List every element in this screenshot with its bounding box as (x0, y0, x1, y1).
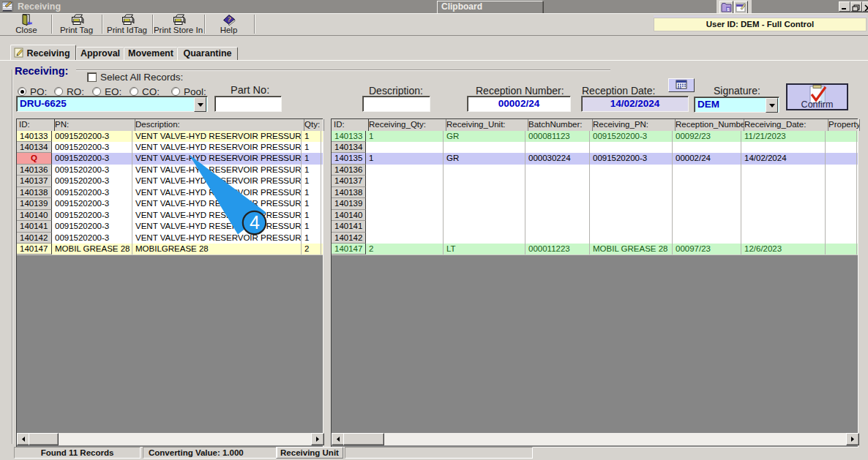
svg-text:s: s (727, 7, 730, 12)
